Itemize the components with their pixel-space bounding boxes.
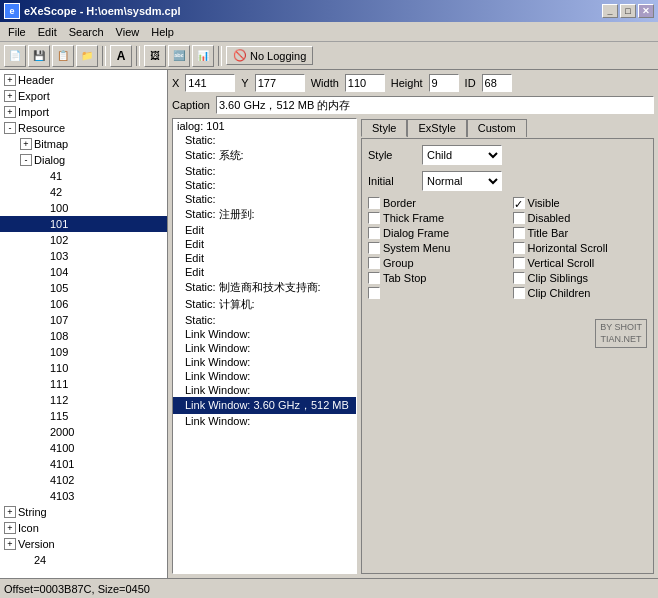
cb-clip-siblings-box[interactable] [513,272,525,284]
tree-item[interactable]: 102 [0,232,167,248]
tree-toggle-icon[interactable]: + [4,522,16,534]
initial-select[interactable]: Normal Minimized Maximized [422,171,502,191]
tree-toggle-icon[interactable]: + [4,538,16,550]
list-item[interactable]: Static: [173,192,356,206]
close-button[interactable]: ✕ [638,4,654,18]
cb-dialog-frame-box[interactable] [368,227,380,239]
tree-item[interactable]: 105 [0,280,167,296]
tree-toggle-icon[interactable]: - [4,122,16,134]
list-item[interactable]: Static: 注册到: [173,206,356,223]
tree-item[interactable]: 112 [0,392,167,408]
tree-item[interactable]: 4103 [0,488,167,504]
cb-disabled-box[interactable] [513,212,525,224]
list-panel[interactable]: ialog: 101Static:Static: 系统:Static:Stati… [173,119,356,573]
toolbar-btn-7[interactable]: 🔤 [168,45,190,67]
tree-item[interactable]: +Bitmap [0,136,167,152]
tree-panel[interactable]: +Header+Export+Import-Resource+Bitmap-Di… [0,70,168,578]
caption-input[interactable] [216,96,654,114]
tree-item[interactable]: 104 [0,264,167,280]
cb-tab-stop-box[interactable] [368,272,380,284]
tree-toggle-icon[interactable]: + [4,106,16,118]
list-item[interactable]: Link Window: [173,341,356,355]
minimize-button[interactable]: _ [602,4,618,18]
tree-item[interactable]: 111 [0,376,167,392]
list-item[interactable]: Static: 制造商和技术支持商: [173,279,356,296]
list-item[interactable]: Edit [173,223,356,237]
tree-toggle-icon[interactable]: + [4,506,16,518]
list-item[interactable]: Edit [173,265,356,279]
cb-group-box[interactable] [368,257,380,269]
tree-item[interactable]: 108 [0,328,167,344]
tree-item[interactable]: +Header [0,72,167,88]
tree-item[interactable]: +Icon [0,520,167,536]
cb-vert-scroll-box[interactable] [513,257,525,269]
maximize-button[interactable]: □ [620,4,636,18]
tab-style[interactable]: Style [361,119,407,137]
x-input[interactable] [185,74,235,92]
cb-horiz-scroll-box[interactable] [513,242,525,254]
tree-item[interactable]: 2000 [0,424,167,440]
style-select[interactable]: Child Popup Overlapped [422,145,502,165]
width-input[interactable] [345,74,385,92]
list-item[interactable]: Link Window: [173,355,356,369]
menu-edit[interactable]: Edit [32,24,63,40]
tree-toggle-icon[interactable]: - [20,154,32,166]
tree-item[interactable]: 109 [0,344,167,360]
tree-item[interactable]: 101 [0,216,167,232]
tree-item[interactable]: +Import [0,104,167,120]
toolbar-btn-6[interactable]: 🖼 [144,45,166,67]
tree-item[interactable]: 107 [0,312,167,328]
tree-item[interactable]: 4101 [0,456,167,472]
list-item[interactable]: Edit [173,237,356,251]
list-item[interactable]: Static: [173,133,356,147]
height-input[interactable] [429,74,459,92]
tree-item[interactable]: +Version [0,536,167,552]
list-item[interactable]: Static: [173,313,356,327]
list-item[interactable]: Link Window: [173,414,356,428]
toolbar-btn-4[interactable]: 📁 [76,45,98,67]
tree-toggle-icon[interactable]: + [4,90,16,102]
tree-item[interactable]: 41 [0,168,167,184]
no-logging-button[interactable]: 🚫 No Logging [226,46,313,65]
list-item[interactable]: Link Window: [173,383,356,397]
tree-item[interactable]: 103 [0,248,167,264]
tree-item[interactable]: +Export [0,88,167,104]
tree-item[interactable]: -Resource [0,120,167,136]
toolbar-btn-3[interactable]: 📋 [52,45,74,67]
tree-item[interactable]: 100 [0,200,167,216]
toolbar-btn-8[interactable]: 📊 [192,45,214,67]
list-item[interactable]: Link Window: [173,369,356,383]
tree-item[interactable]: 115 [0,408,167,424]
list-item[interactable]: Static: 计算机: [173,296,356,313]
list-item[interactable]: Link Window: 3.60 GHz，512 MB [173,397,356,414]
tree-item[interactable]: +String [0,504,167,520]
tree-item[interactable]: 110 [0,360,167,376]
list-item[interactable]: Edit [173,251,356,265]
tree-item[interactable]: -Dialog [0,152,167,168]
tree-toggle-icon[interactable]: + [20,138,32,150]
list-item[interactable]: Static: 系统: [173,147,356,164]
tree-toggle-icon[interactable]: + [4,74,16,86]
menu-view[interactable]: View [110,24,146,40]
menu-search[interactable]: Search [63,24,110,40]
menu-help[interactable]: Help [145,24,180,40]
menu-file[interactable]: File [2,24,32,40]
cb-title-bar-box[interactable] [513,227,525,239]
y-input[interactable] [255,74,305,92]
cb-clip-children-box[interactable] [513,287,525,299]
cb-system-menu-box[interactable] [368,242,380,254]
tree-item[interactable]: 4100 [0,440,167,456]
cb-visible-box[interactable]: ✓ [513,197,525,209]
tab-custom[interactable]: Custom [467,119,527,137]
cb-thick-frame-box[interactable] [368,212,380,224]
toolbar-btn-5[interactable]: A [110,45,132,67]
toolbar-btn-2[interactable]: 💾 [28,45,50,67]
id-input[interactable] [482,74,512,92]
tree-item[interactable]: 42 [0,184,167,200]
tree-item[interactable]: 24 [0,552,167,568]
list-item[interactable]: Link Window: [173,327,356,341]
toolbar-btn-1[interactable]: 📄 [4,45,26,67]
tree-item[interactable]: 4102 [0,472,167,488]
list-item[interactable]: Static: [173,178,356,192]
tab-exstyle[interactable]: ExStyle [407,119,466,137]
